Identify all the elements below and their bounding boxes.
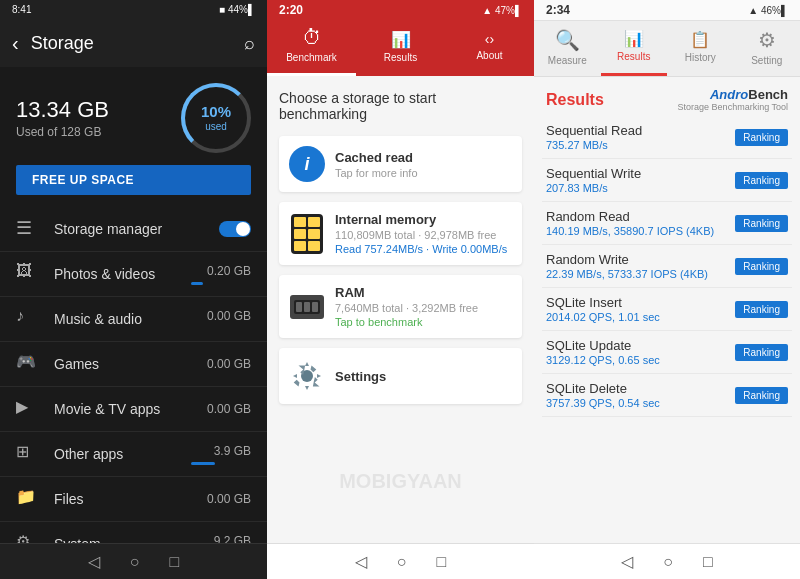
otherapps-bar: [191, 462, 215, 465]
list-item[interactable]: ☰ Storage manager: [0, 207, 267, 252]
status-icons-2: ▲ 47%▌: [482, 5, 522, 16]
tab-results[interactable]: 📊 Results: [356, 20, 445, 76]
status-bar-1: 8:41 ■ 44%▌: [0, 0, 267, 19]
bench-internal[interactable]: Internal memory 110,809MB total · 92,978…: [279, 202, 522, 265]
free-space-button[interactable]: FREE UP SPACE: [16, 165, 251, 195]
settings-icon-wrap: [289, 358, 325, 394]
nav-back-3[interactable]: ◁: [621, 552, 633, 571]
result-seq-read: Sequential Read 735.27 MB/s Ranking: [542, 116, 792, 159]
bench-ram[interactable]: RAM 7,640MB total · 3,292MB free Tap to …: [279, 275, 522, 338]
system-right: 9.2 GB: [191, 534, 251, 544]
music-label: Music & audio: [54, 311, 191, 327]
result-seq-write: Sequential Write 207.83 MB/s Ranking: [542, 159, 792, 202]
music-bar-wrap: [191, 325, 251, 330]
time-2: 2:20: [279, 3, 303, 17]
tab-history[interactable]: 📋 History: [667, 21, 734, 76]
benchmark-tabs: ⏱ Benchmark 📊 Results ‹› About: [267, 20, 534, 76]
history-tab-icon: 📋: [690, 30, 710, 49]
music-size: 0.00 GB: [207, 309, 251, 323]
nav-home-1[interactable]: ○: [130, 553, 140, 571]
info-circle: i: [289, 146, 325, 182]
list-item[interactable]: ⊞ Other apps 3.9 GB: [0, 432, 267, 477]
sqlite-delete-name: SQLite Delete: [546, 381, 735, 396]
nav-recent-1[interactable]: □: [170, 553, 180, 571]
settings-text: Settings: [335, 369, 386, 384]
ram-chip-cell3: [312, 302, 318, 312]
setting-tab-label: Setting: [751, 55, 782, 66]
games-icon: 🎮: [16, 352, 40, 376]
list-item[interactable]: ⚙ System 9.2 GB: [0, 522, 267, 543]
ram-text: RAM 7,640MB total · 3,292MB free Tap to …: [335, 285, 478, 328]
cached-text: Cached read Tap for more info: [335, 150, 418, 179]
storage-manager-toggle[interactable]: [219, 221, 251, 237]
settings-gear-icon: [289, 358, 325, 394]
logo-prefix: Andro: [710, 87, 748, 102]
result-rand-read: Random Read 140.19 MB/s, 35890.7 IOPS (4…: [542, 202, 792, 245]
cached-icon: i: [289, 146, 325, 182]
rand-write-ranking-btn[interactable]: Ranking: [735, 258, 788, 275]
otherapps-label: Other apps: [54, 446, 191, 462]
music-right: 0.00 GB: [191, 309, 251, 330]
movie-right: 0.00 GB: [207, 402, 251, 416]
status-icons-1: ■ 44%▌: [219, 4, 255, 15]
cached-sub: Tap for more info: [335, 167, 418, 179]
search-icon[interactable]: ⌕: [244, 33, 255, 54]
androbench-tabs: 🔍 Measure 📊 Results 📋 History ⚙ Setting: [534, 21, 800, 77]
system-icon: ⚙: [16, 532, 40, 543]
ram-sub2: Tap to benchmark: [335, 316, 478, 328]
results-title: Results: [546, 91, 604, 109]
back-button[interactable]: ‹: [12, 32, 19, 55]
ram-name: RAM: [335, 285, 478, 300]
sqlite-insert-name: SQLite Insert: [546, 295, 735, 310]
about-tab-label: About: [476, 50, 502, 61]
seq-write-ranking-btn[interactable]: Ranking: [735, 172, 788, 189]
files-label: Files: [54, 491, 207, 507]
rand-read-val: 140.19 MB/s, 35890.7 IOPS (4KB): [546, 225, 735, 237]
sqlite-update-info: SQLite Update 3129.12 QPS, 0.65 sec: [546, 338, 735, 366]
sqlite-insert-ranking-btn[interactable]: Ranking: [735, 301, 788, 318]
results-list: Sequential Read 735.27 MB/s Ranking Sequ…: [534, 116, 800, 543]
sqlite-update-ranking-btn[interactable]: Ranking: [735, 344, 788, 361]
seq-write-name: Sequential Write: [546, 166, 735, 181]
sqlite-delete-ranking-btn[interactable]: Ranking: [735, 387, 788, 404]
list-item[interactable]: 📁 Files 0.00 GB: [0, 477, 267, 522]
nav-home-2[interactable]: ○: [397, 553, 407, 571]
benchmark-tab-label: Benchmark: [286, 52, 337, 63]
files-right: 0.00 GB: [207, 492, 251, 506]
sqlite-update-val: 3129.12 QPS, 0.65 sec: [546, 354, 735, 366]
list-item[interactable]: 🖼 Photos & videos 0.20 GB: [0, 252, 267, 297]
otherapps-right: 3.9 GB: [191, 444, 251, 465]
internal-sub: 110,809MB total · 92,978MB free: [335, 229, 507, 241]
status-bar-2: 2:20 ▲ 47%▌: [267, 0, 534, 20]
nav-bar-2: ◁ ○ □: [267, 543, 534, 579]
nav-recent-3[interactable]: □: [703, 553, 713, 571]
rand-read-ranking-btn[interactable]: Ranking: [735, 215, 788, 232]
result-sqlite-insert: SQLite Insert 2014.02 QPS, 1.01 sec Rank…: [542, 288, 792, 331]
seq-read-ranking-btn[interactable]: Ranking: [735, 129, 788, 146]
sqlite-insert-info: SQLite Insert 2014.02 QPS, 1.01 sec: [546, 295, 735, 323]
tab-setting[interactable]: ⚙ Setting: [734, 21, 801, 76]
nav-back-1[interactable]: ◁: [88, 552, 100, 571]
bench-cached[interactable]: i Cached read Tap for more info: [279, 136, 522, 192]
nav-home-3[interactable]: ○: [663, 553, 673, 571]
androbench-logo: AndroBench Storage Benchmarking Tool: [678, 87, 788, 112]
list-item[interactable]: 🎮 Games 0.00 GB: [0, 342, 267, 387]
benchmark-content: Choose a storage to start benchmarking i…: [267, 76, 534, 543]
tab-about[interactable]: ‹› About: [445, 20, 534, 76]
seq-write-val: 207.83 MB/s: [546, 182, 735, 194]
nav-recent-2[interactable]: □: [437, 553, 447, 571]
bench-settings[interactable]: Settings: [279, 348, 522, 404]
storage-circle: 10% used: [181, 83, 251, 153]
list-item[interactable]: ▶ Movie & TV apps 0.00 GB: [0, 387, 267, 432]
tab-results-ab[interactable]: 📊 Results: [601, 21, 668, 76]
page-title: Storage: [31, 33, 244, 54]
tab-measure[interactable]: 🔍 Measure: [534, 21, 601, 76]
list-item[interactable]: ♪ Music & audio 0.00 GB: [0, 297, 267, 342]
photos-icon: 🖼: [16, 262, 40, 286]
nav-back-2[interactable]: ◁: [355, 552, 367, 571]
measure-tab-label: Measure: [548, 55, 587, 66]
ram-chip-icon: [290, 295, 324, 319]
result-sqlite-delete: SQLite Delete 3757.39 QPS, 0.54 sec Rank…: [542, 374, 792, 417]
tab-benchmark[interactable]: ⏱ Benchmark: [267, 20, 356, 76]
movie-label: Movie & TV apps: [54, 401, 207, 417]
